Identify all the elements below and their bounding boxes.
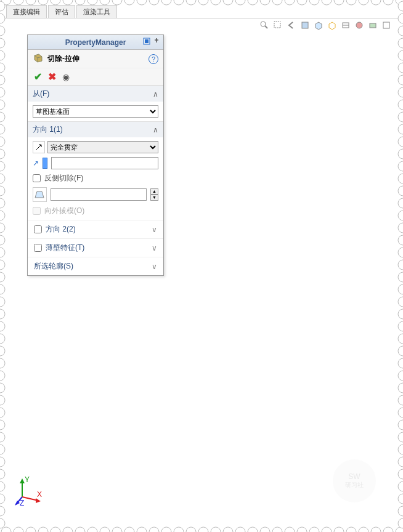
draft-icon[interactable] (33, 187, 47, 202)
svg-point-211 (398, 482, 403, 491)
detailed-preview-icon[interactable]: ◉ (62, 72, 70, 82)
svg-point-83 (100, 527, 110, 532)
section-thin-header[interactable]: 薄壁特征(T) ∨ (28, 238, 163, 257)
hide-show-icon[interactable] (340, 20, 351, 31)
svg-text:Y: Y (25, 476, 30, 484)
svg-point-200 (0, 420, 5, 430)
section-dir1-header[interactable]: 方向 1(1) ∧ (28, 122, 163, 137)
dir2-enable-checkbox[interactable] (34, 225, 42, 233)
chevron-down-icon: ∨ (152, 225, 157, 234)
section-view-icon[interactable] (299, 20, 311, 31)
svg-point-138 (0, 38, 5, 48)
svg-point-106 (248, 0, 258, 5)
reverse-direction-icon[interactable] (33, 141, 45, 153)
ok-button[interactable]: ✔ (34, 71, 42, 83)
svg-marker-54 (270, 490, 280, 506)
dim-right[interactable]: 15 (349, 403, 357, 411)
svg-point-156 (0, 149, 5, 159)
svg-rect-30 (333, 395, 340, 401)
svg-rect-27 (210, 419, 216, 425)
svg-point-173 (398, 248, 403, 257)
svg-point-98 (198, 0, 208, 5)
svg-point-6 (356, 22, 362, 28)
svg-point-180 (0, 297, 5, 307)
cancel-button[interactable]: ✖ (48, 71, 56, 83)
svg-point-142 (0, 63, 5, 73)
svg-point-134 (0, 14, 5, 23)
svg-point-104 (235, 0, 245, 5)
prev-view-icon[interactable] (286, 20, 297, 31)
svg-point-207 (398, 457, 403, 467)
svg-rect-31 (255, 395, 261, 401)
svg-marker-48 (341, 441, 346, 446)
svg-point-88 (137, 0, 147, 5)
svg-point-66 (1, 0, 11, 5)
dim-left[interactable]: 15 (165, 456, 173, 464)
chevron-down-icon: ∨ (152, 244, 157, 252)
thin-feature-checkbox[interactable] (34, 244, 42, 252)
help-icon[interactable]: ? (149, 54, 158, 64)
direction-vector-icon[interactable]: ↗ (33, 159, 39, 167)
svg-point-187 (398, 334, 403, 344)
view-triad[interactable]: Y X Z (14, 476, 44, 509)
stepper-down[interactable]: ▼ (150, 195, 158, 201)
svg-point-197 (398, 395, 403, 405)
svg-line-12 (183, 142, 195, 429)
svg-point-73 (38, 527, 48, 532)
dim-bottom-right[interactable]: 15 (320, 436, 329, 445)
svg-point-202 (0, 432, 5, 442)
svg-point-110 (272, 0, 282, 5)
tab-render-tools[interactable]: 渲染工具 (76, 5, 117, 18)
svg-point-67 (1, 527, 11, 532)
section-contour-header[interactable]: 所选轮廓(S) ∨ (28, 257, 163, 275)
dir1-label: 方向 1(1) (33, 124, 63, 135)
svg-point-133 (398, 1, 403, 11)
tab-direct-edit[interactable]: 直接编辑 (6, 5, 47, 18)
property-manager-panel: PropertyManager 切除-拉伸 ? ✔ ✖ ◉ 从(F) ∧ (27, 34, 164, 276)
view-orientation-icon[interactable] (313, 20, 324, 31)
section-from-header[interactable]: 从(F) ∧ (28, 86, 163, 102)
svg-point-143 (398, 63, 403, 73)
svg-point-159 (398, 161, 403, 171)
draft-angle-input[interactable] (51, 188, 147, 201)
end-condition-select[interactable]: 完全贯穿 (47, 141, 158, 153)
svg-point-206 (0, 457, 5, 467)
svg-line-16 (73, 433, 196, 469)
keep-visible-icon[interactable] (142, 37, 151, 47)
section-dir2-header[interactable]: 方向 2(2) ∨ (28, 220, 163, 238)
svg-point-189 (398, 346, 403, 356)
svg-point-82 (100, 0, 110, 5)
svg-point-150 (0, 112, 5, 122)
direction-reference-input[interactable] (51, 157, 158, 169)
tab-evaluate[interactable]: 评估 (48, 5, 75, 18)
chevron-up-icon: ∧ (153, 126, 158, 134)
svg-point-101 (211, 527, 221, 532)
svg-point-149 (398, 100, 403, 110)
zoom-fit-icon[interactable] (259, 20, 270, 31)
svg-point-107 (248, 527, 258, 532)
display-style-icon[interactable] (327, 20, 338, 31)
svg-point-183 (398, 309, 403, 319)
from-condition-select[interactable]: 草图基准面 (33, 105, 158, 118)
svg-point-86 (124, 0, 134, 5)
stepper-up[interactable]: ▲ (150, 188, 158, 195)
svg-point-191 (398, 358, 403, 368)
svg-point-171 (398, 235, 403, 245)
svg-line-46 (312, 444, 346, 449)
watermark-line1: SW (348, 472, 360, 481)
svg-point-146 (0, 87, 5, 97)
svg-rect-32 (303, 440, 311, 448)
svg-line-50 (346, 430, 367, 433)
pin-icon[interactable] (152, 37, 161, 47)
zoom-area-icon[interactable] (272, 20, 283, 31)
svg-point-81 (88, 527, 97, 532)
svg-point-89 (137, 527, 147, 532)
apply-scene-icon[interactable] (367, 20, 378, 31)
draft-outward-checkbox (33, 207, 41, 215)
view-settings-icon[interactable] (381, 20, 392, 31)
flip-side-checkbox[interactable] (33, 174, 41, 182)
svg-point-214 (0, 506, 5, 516)
svg-point-141 (398, 50, 403, 60)
svg-point-117 (309, 527, 319, 532)
edit-appearance-icon[interactable] (354, 20, 365, 31)
